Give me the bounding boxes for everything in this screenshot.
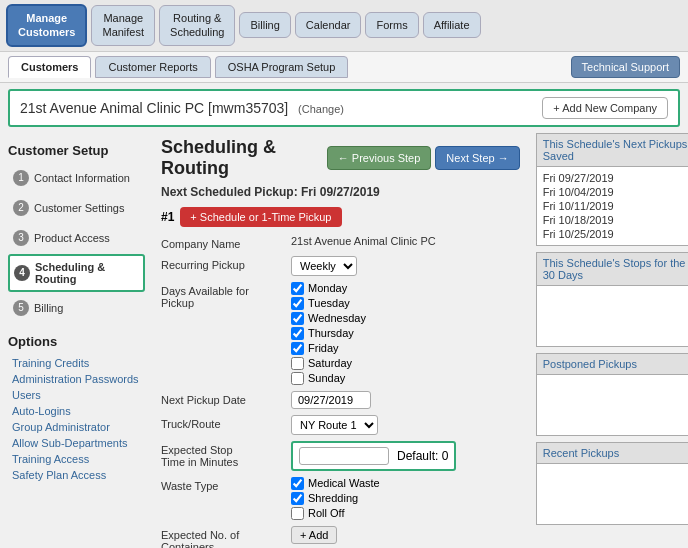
content-title: Scheduling & Routing: [161, 137, 327, 179]
step-num-3: 3: [13, 230, 29, 246]
day-saturday[interactable]: Saturday: [291, 357, 366, 370]
nav-forms[interactable]: Forms: [365, 12, 418, 38]
days-available-row: Days Available for Pickup Monday Tuesday…: [161, 282, 520, 385]
checkbox-friday[interactable]: [291, 342, 304, 355]
company-name: 21st Avenue Animal Clinic PC [mwm35703] …: [20, 100, 542, 116]
tab-customer-reports[interactable]: Customer Reports: [95, 56, 210, 78]
nav-manage-customers[interactable]: Manage Customers: [6, 4, 87, 47]
stops-30-days-box: This Schedule's Stops for the Next 30 Da…: [536, 252, 688, 347]
pickup-date-2: Fri 10/04/2019: [543, 185, 688, 199]
checkbox-thursday[interactable]: [291, 327, 304, 340]
sidebar-link-training-credits[interactable]: Training Credits: [8, 355, 145, 371]
pickup-num-label: #1: [161, 210, 174, 224]
sidebar-item-billing[interactable]: 5 Billing: [8, 294, 145, 322]
top-nav: Manage Customers Manage Manifest Routing…: [0, 0, 688, 52]
stops-30-days-header[interactable]: This Schedule's Stops for the Next 30 Da…: [537, 253, 688, 286]
tech-support-button[interactable]: Technical Support: [571, 56, 680, 78]
checkbox-saturday[interactable]: [291, 357, 304, 370]
recent-pickups-box: Recent Pickups: [536, 442, 688, 525]
recurring-pickup-select[interactable]: Weekly: [291, 256, 357, 276]
nav-manage-manifest[interactable]: Manage Manifest: [91, 5, 155, 46]
main-layout: Customer Setup 1 Contact Information 2 C…: [0, 133, 688, 548]
step-num-2: 2: [13, 200, 29, 216]
expected-stop-label: Expected Stop Time in Minutes: [161, 441, 291, 468]
checkbox-medical-waste[interactable]: [291, 477, 304, 490]
schedule-next-pickups-header[interactable]: This Schedule's Next Pickups if Saved: [537, 134, 688, 167]
next-pickup-date-input[interactable]: [291, 391, 371, 409]
expected-stop-row: Expected Stop Time in Minutes Default: 0: [161, 441, 520, 471]
nav-affiliate[interactable]: Affiliate: [423, 12, 481, 38]
recurring-pickup-label: Recurring Pickup: [161, 256, 291, 271]
recent-pickups-header[interactable]: Recent Pickups: [537, 443, 688, 464]
sidebar-label-billing: Billing: [34, 302, 63, 314]
add-company-button[interactable]: + Add New Company: [542, 97, 668, 119]
truck-route-select[interactable]: NY Route 1: [291, 415, 378, 435]
company-bar: 21st Avenue Animal Clinic PC [mwm35703] …: [8, 89, 680, 127]
pickup-number-row: #1 + Schedule or 1-Time Pickup: [161, 207, 520, 227]
schedule-button[interactable]: + Schedule or 1-Time Pickup: [180, 207, 341, 227]
checkbox-wednesday[interactable]: [291, 312, 304, 325]
sidebar-link-sub-departments[interactable]: Allow Sub-Departments: [8, 435, 145, 451]
sidebar-item-contact[interactable]: 1 Contact Information: [8, 164, 145, 192]
day-wednesday[interactable]: Wednesday: [291, 312, 366, 325]
company-name-row: Company Name 21st Avenue Animal Clinic P…: [161, 235, 520, 250]
pickup-date-1: Fri 09/27/2019: [543, 171, 688, 185]
content-header: Scheduling & Routing ← Previous Step Nex…: [161, 137, 520, 179]
waste-type-label: Waste Type: [161, 477, 291, 492]
nav-calendar[interactable]: Calendar: [295, 12, 362, 38]
truck-route-row: Truck/Route NY Route 1: [161, 415, 520, 435]
step-num-1: 1: [13, 170, 29, 186]
day-sunday[interactable]: Sunday: [291, 372, 366, 385]
postponed-pickups-box: Postponed Pickups: [536, 353, 688, 436]
waste-medical[interactable]: Medical Waste: [291, 477, 380, 490]
checkbox-tuesday[interactable]: [291, 297, 304, 310]
expected-containers-row: Expected No. of Containers + Add Contain…: [161, 526, 520, 548]
truck-route-label: Truck/Route: [161, 415, 291, 430]
sidebar-label-contact: Contact Information: [34, 172, 130, 184]
next-step-button[interactable]: Next Step →: [435, 146, 519, 170]
days-checkboxes: Monday Tuesday Wednesday Thursday Friday…: [291, 282, 366, 385]
sidebar: Customer Setup 1 Contact Information 2 C…: [8, 133, 153, 548]
tab-customers[interactable]: Customers: [8, 56, 91, 78]
add-container-button[interactable]: + Add: [291, 526, 337, 544]
day-monday[interactable]: Monday: [291, 282, 366, 295]
main-content: Scheduling & Routing ← Previous Step Nex…: [153, 133, 528, 548]
sidebar-item-scheduling[interactable]: 4 Scheduling & Routing: [8, 254, 145, 292]
sidebar-link-admin-passwords[interactable]: Administration Passwords: [8, 371, 145, 387]
checkbox-roll-off[interactable]: [291, 507, 304, 520]
expected-stop-input[interactable]: [299, 447, 389, 465]
day-thursday[interactable]: Thursday: [291, 327, 366, 340]
sidebar-label-product-access: Product Access: [34, 232, 110, 244]
checkbox-shredding[interactable]: [291, 492, 304, 505]
waste-roll-off[interactable]: Roll Off: [291, 507, 380, 520]
schedule-next-pickups-content: Fri 09/27/2019 Fri 10/04/2019 Fri 10/11/…: [537, 167, 688, 245]
company-name-label: Company Name: [161, 235, 291, 250]
expected-stop-default: Default: 0: [397, 449, 448, 463]
sidebar-options-title: Options: [8, 334, 145, 349]
sidebar-label-scheduling: Scheduling & Routing: [35, 261, 139, 285]
sidebar-link-users[interactable]: Users: [8, 387, 145, 403]
sidebar-link-auto-logins[interactable]: Auto-Logins: [8, 403, 145, 419]
tab-osha-program-setup[interactable]: OSHA Program Setup: [215, 56, 349, 78]
sidebar-link-group-admin[interactable]: Group Administrator: [8, 419, 145, 435]
day-tuesday[interactable]: Tuesday: [291, 297, 366, 310]
prev-step-button[interactable]: ← Previous Step: [327, 146, 432, 170]
postponed-pickups-header[interactable]: Postponed Pickups: [537, 354, 688, 375]
pickup-date-3: Fri 10/11/2019: [543, 199, 688, 213]
sidebar-link-safety-plan[interactable]: Safety Plan Access: [8, 467, 145, 483]
checkbox-sunday[interactable]: [291, 372, 304, 385]
pickup-date-4: Fri 10/18/2019: [543, 213, 688, 227]
sidebar-link-training-access[interactable]: Training Access: [8, 451, 145, 467]
checkbox-monday[interactable]: [291, 282, 304, 295]
expected-containers-label: Expected No. of Containers: [161, 526, 291, 548]
sidebar-item-settings[interactable]: 2 Customer Settings: [8, 194, 145, 222]
nav-billing[interactable]: Billing: [239, 12, 290, 38]
day-friday[interactable]: Friday: [291, 342, 366, 355]
waste-shredding[interactable]: Shredding: [291, 492, 380, 505]
change-company-link[interactable]: (Change): [298, 103, 344, 115]
recent-pickups-content: [537, 464, 688, 524]
sidebar-item-product-access[interactable]: 3 Product Access: [8, 224, 145, 252]
nav-routing-scheduling[interactable]: Routing & Scheduling: [159, 5, 235, 46]
waste-type-checkboxes: Medical Waste Shredding Roll Off: [291, 477, 380, 520]
schedule-next-pickups-box: This Schedule's Next Pickups if Saved Fr…: [536, 133, 688, 246]
